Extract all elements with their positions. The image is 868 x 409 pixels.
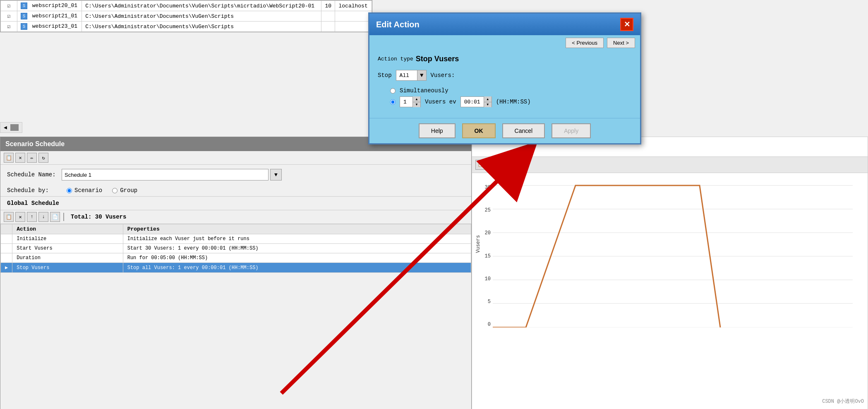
path-cell: C:\Users\Administrator\Documents\VuGen\S…: [82, 22, 321, 32]
spin-arrows: ▲ ▼: [412, 96, 420, 107]
y-label-25: 25: [472, 207, 491, 213]
schedule-row-duration[interactable]: Duration Run for 00:05:00 (HH:MM:SS): [1, 253, 471, 263]
scroll-left-btn[interactable]: ◀: [4, 124, 7, 131]
table-row: ☑ S webscript20_01 C:\Users\Administrato…: [1, 1, 372, 11]
next-button[interactable]: Next >: [607, 38, 635, 48]
schedule-by-scenario-label: Scenario: [74, 187, 102, 194]
schedule-row-start[interactable]: Start Vusers Start 30 Vusers: 1 every 00…: [1, 244, 471, 253]
row-arrow-initialize: [1, 234, 12, 244]
row-arrow-duration: [1, 253, 12, 263]
bottom-chart-toolbar: 📋 ✕ ▶ ⏹: [472, 156, 868, 173]
scroll-controls: ◀: [0, 122, 22, 133]
action-initialize: Initialize: [12, 234, 123, 244]
vusers-label: Vusers:: [431, 72, 455, 79]
host-cell: [335, 22, 372, 32]
schedule-by-group-radio[interactable]: [112, 188, 117, 193]
props-start: Start 30 Vusers: 1 every 00:00:01 (HH:MM…: [123, 244, 471, 253]
y-label-5: 5: [472, 299, 491, 305]
apply-button[interactable]: Apply: [551, 123, 591, 138]
col-properties-header: Properties: [123, 224, 471, 234]
props-duration: Run for 00:05:00 (HH:MM:SS): [123, 253, 471, 263]
prev-button[interactable]: < Previous: [566, 38, 604, 48]
dialog-footer: Help OK Cancel Apply: [369, 118, 640, 143]
simultaneously-label: Simultaneously: [400, 87, 448, 94]
action-start: Start Vusers: [12, 244, 123, 253]
dialog-title: Edit Action: [376, 20, 420, 29]
chart-tool-3[interactable]: ▶: [499, 160, 508, 170]
count-cell: [321, 11, 335, 22]
checkbox-cell[interactable]: ☑: [1, 22, 17, 32]
gs-move-down-btn[interactable]: ↓: [38, 212, 48, 222]
scroll-panel-icon[interactable]: [10, 124, 19, 131]
schedule-name-row: Schedule Name: ▼: [0, 165, 471, 185]
chart-tool-1[interactable]: 📋: [475, 160, 485, 170]
time-spin-up-btn[interactable]: ▲: [484, 96, 492, 102]
add-action-btn[interactable]: 📋: [4, 153, 14, 163]
path-cell: C:\Users\Administrator\Documents\VuGen\S…: [82, 11, 321, 22]
simultaneously-row: Simultaneously: [390, 87, 632, 94]
schedule-by-label: Schedule by:: [7, 187, 57, 194]
stop-row: Stop All ▼ Vusers:: [378, 70, 632, 81]
time-spin-arrows: ▲ ▼: [484, 96, 492, 107]
schedule-by-group-option[interactable]: Group: [112, 187, 137, 194]
gs-delete-btn[interactable]: ✕: [15, 212, 25, 222]
simultaneously-radio[interactable]: [390, 88, 396, 94]
schedule-row-stop[interactable]: ▶ Stop Vusers Stop all Vusers: 1 every 0…: [1, 263, 471, 273]
time-spin-down-btn[interactable]: ▼: [484, 102, 492, 108]
stop-dropdown-arrow[interactable]: ▼: [417, 70, 426, 80]
time-format-label: (HH:MM:SS): [496, 99, 531, 105]
vusers-every-label: Vusers ev: [425, 99, 456, 105]
schedule-name-input-group: ▼: [62, 169, 282, 180]
chart-svg: [493, 162, 853, 327]
schedule-by-scenario-option[interactable]: Scenario: [67, 187, 102, 194]
stop-dropdown[interactable]: All ▼: [396, 70, 427, 81]
delete-action-btn[interactable]: ✕: [15, 153, 25, 163]
script-name-cell: S webscript21_01: [17, 11, 82, 22]
col-action-header: Action: [12, 224, 123, 234]
main-area: ☑ S webscript20_01 C:\Users\Administrato…: [0, 0, 868, 409]
spin-down-btn[interactable]: ▼: [413, 102, 420, 108]
row-arrow-start: [1, 244, 12, 253]
gs-total-label: Total: 30 Vusers: [71, 214, 126, 220]
script-icon: S: [21, 2, 27, 9]
dialog-titlebar: Edit Action ✕: [369, 14, 640, 35]
watermark: CSDN @小透明OvO: [822, 398, 864, 405]
time-value: 00:01: [461, 99, 484, 105]
stop-label: Stop: [378, 72, 392, 79]
schedule-name-dropdown[interactable]: ▼: [270, 169, 282, 180]
global-schedule-header: Global Schedule: [0, 196, 471, 210]
spin-up-btn[interactable]: ▲: [413, 96, 420, 102]
dialog-body: Action type Stop Vusers Stop All ▼ Vuser…: [369, 51, 640, 118]
gs-copy-btn[interactable]: 📄: [50, 212, 60, 222]
chart-area: 35 30 25 20 15 10 5 0 Vusers: [472, 137, 868, 409]
schedule-by-group-label: Group: [120, 187, 137, 194]
edit-action-btn[interactable]: ✏: [27, 153, 37, 163]
y-label-10: 10: [472, 276, 491, 282]
props-initialize: Initialize each Vuser just before it run…: [123, 234, 471, 244]
cancel-button[interactable]: Cancel: [502, 123, 545, 138]
checkbox-cell[interactable]: ☑: [1, 11, 17, 22]
refresh-btn[interactable]: ↻: [38, 153, 48, 163]
y-axis-title: Vusers: [475, 235, 481, 253]
time-input: 00:01 ▲ ▼: [460, 96, 492, 107]
table-row: ☑ S webscript21_01 C:\Users\Administrato…: [1, 11, 372, 22]
vuser-count-spinner: 1 ▲ ▼: [400, 96, 421, 107]
gs-add-btn[interactable]: 📋: [4, 212, 14, 222]
vuser-every-row: 1 ▲ ▼ Vusers ev 00:01 ▲ ▼ (HH:MM:SS): [390, 96, 632, 107]
chart-tool-2[interactable]: ✕: [487, 160, 497, 170]
edit-action-dialog: Edit Action ✕ < Previous Next > Action t…: [368, 12, 641, 144]
dialog-close-button[interactable]: ✕: [620, 18, 633, 31]
schedule-row-initialize[interactable]: Initialize Initialize each Vuser just be…: [1, 234, 471, 244]
vuser-count-radio[interactable]: [390, 99, 396, 105]
schedule-by-scenario-radio[interactable]: [67, 188, 72, 193]
chart-tool-4[interactable]: ⏹: [510, 160, 520, 170]
help-button[interactable]: Help: [419, 123, 456, 138]
gs-move-up-btn[interactable]: ↑: [27, 212, 37, 222]
schedule-name-input[interactable]: [62, 169, 269, 180]
row-arrow-stop: ▶: [1, 263, 12, 273]
checkbox-cell[interactable]: ☑: [1, 1, 17, 11]
script-icon: S: [21, 13, 27, 19]
count-cell: 10: [321, 1, 335, 11]
ok-button[interactable]: OK: [462, 123, 496, 138]
host-cell: localhost: [335, 1, 372, 11]
